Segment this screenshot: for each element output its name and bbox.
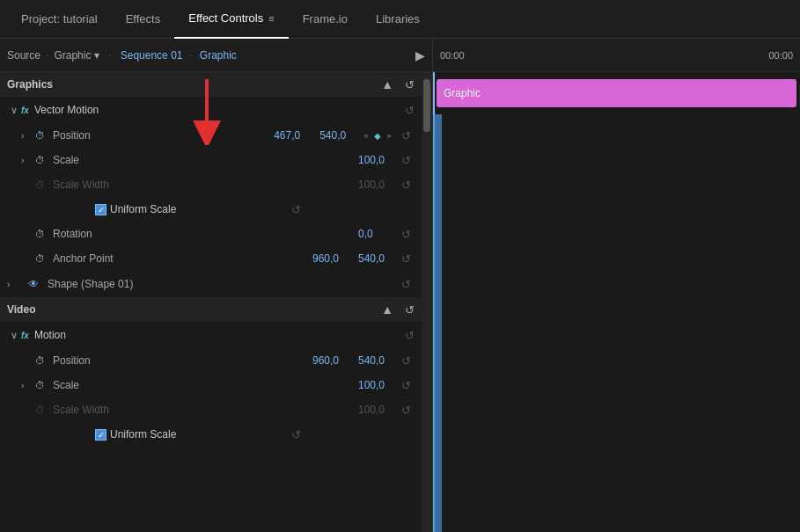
video-scale-expand[interactable]: › [21,381,32,390]
video-position-reset[interactable]: ↺ [397,354,415,368]
position-expand[interactable]: › [21,131,32,141]
source-seq-item[interactable]: Graphic [200,49,237,62]
tab-effect-controls[interactable]: Effect Controls ≡ [174,0,288,39]
shape-reset[interactable]: ↺ [397,278,415,291]
position-keyframe[interactable]: ◆ [374,131,381,141]
shape-row: › 👁 Shape (Shape 01) ↺ [0,271,422,297]
video-position-val2[interactable]: 540,0 [358,354,393,367]
motion-name: Motion [34,329,66,341]
fx-badge-vector: fx [21,106,29,115]
source-item: Graphic [54,49,91,62]
video-uniform-scale-reset[interactable]: ↺ [287,428,305,441]
video-uniform-scale-row: ✓ Uniform Scale ↺ [0,422,422,447]
tab-libraries[interactable]: Libraries [362,0,434,39]
scroll-thumb[interactable] [423,79,430,132]
position-val1[interactable]: 467,0 [274,129,309,142]
uniform-scale-checkbox[interactable]: ✓ [95,204,106,215]
shape-label: Shape (Shape 01) [48,278,133,290]
timeline-header: 00:00 00:00 [433,39,800,72]
graphics-reset-btn[interactable]: ↺ [405,78,415,91]
shape-expand[interactable]: › [7,280,18,289]
video-section-header: Video ▲ ↺ [0,297,422,322]
rotation-reset[interactable]: ↺ [397,228,415,241]
graphic-block-label: Graphic [444,87,481,99]
tab-project[interactable]: Project: tutorial [7,0,112,39]
uniform-scale-label: Uniform Scale [110,203,176,215]
video-scroll-up[interactable]: ▲ [381,302,393,317]
scroll-up-btn[interactable]: ▲ [381,77,393,91]
left-panel: Source · Graphic ▾ · Sequence 01 · Graph… [0,39,433,532]
rotation-val[interactable]: 0,0 [358,228,393,240]
video-position-val1[interactable]: 960,0 [312,354,348,367]
motion-reset[interactable]: ↺ [405,329,415,342]
anchor-point-val2[interactable]: 540,0 [358,252,393,265]
tab-effects[interactable]: Effects [112,0,175,39]
video-position-stopwatch[interactable]: ⏱ [35,355,49,366]
position-label: Position [53,129,270,142]
video-title: Video [7,303,35,316]
video-reset-btn[interactable]: ↺ [405,303,415,317]
position-reset[interactable]: ↺ [397,129,415,142]
position-stopwatch[interactable]: ⏱ [35,130,49,141]
video-scale-width-row: ⏱ Scale Width 100,0 ↺ [0,397,422,422]
video-scale-reset[interactable]: ↺ [397,379,415,392]
video-scale-width-stopwatch[interactable]: ⏱ [35,404,49,415]
anchor-point-row: ⏱ Anchor Point 960,0 540,0 ↺ [0,246,422,271]
scale-val[interactable]: 100,0 [358,154,393,166]
graphics-title: Graphics [7,78,53,91]
video-uniform-scale-checkbox[interactable]: ✓ [95,429,106,441]
scale-row: › ⏱ Scale 100,0 ↺ [0,148,422,172]
tab-frameio[interactable]: Frame.io [289,0,362,39]
video-scale-stopwatch[interactable]: ⏱ [35,380,49,390]
menu-icon[interactable]: ≡ [268,13,274,24]
video-position-row: ⏱ Position 960,0 540,0 ↺ [0,348,422,373]
anchor-point-stopwatch[interactable]: ⏱ [35,253,49,264]
anchor-point-reset[interactable]: ↺ [397,252,415,266]
vector-motion-row: ∨ fx Vector Motion ↺ [0,97,422,123]
position-val2[interactable]: 540,0 [319,129,355,142]
scale-width-stopwatch[interactable]: ⏱ [35,179,49,190]
video-scale-val[interactable]: 100,0 [358,379,393,391]
video-scale-width-label: Scale Width [53,404,355,416]
video-position-label: Position [53,354,309,367]
left-scrollbar[interactable] [422,72,432,532]
position-nav-right[interactable]: ► [386,132,393,140]
shape-eye-icon[interactable]: 👁 [28,278,39,290]
graphic-block[interactable]: Graphic [437,79,796,107]
video-scale-label: Scale [53,379,355,391]
motion-collapse[interactable]: ∨ [11,330,18,341]
uniform-scale-reset[interactable]: ↺ [287,203,305,216]
anchor-point-val1[interactable]: 960,0 [312,252,348,265]
rotation-stopwatch[interactable]: ⏱ [35,229,49,239]
scale-label: Scale [53,154,355,166]
panel-content: Graphics ▲ ↺ ∨ fx Vector Motion ↺ [0,72,432,532]
scale-width-reset[interactable]: ↺ [397,179,415,192]
position-row: › ⏱ Position 467,0 540,0 ◄ ◆ ► ↺ [0,123,422,148]
scale-reset[interactable]: ↺ [397,154,415,167]
source-sequence[interactable]: Sequence 01 [121,49,183,62]
right-panel: 00:00 00:00 Graphic [433,39,800,532]
scale-width-label: Scale Width [53,179,355,191]
uniform-scale-checkbox-group[interactable]: ✓ Uniform Scale [95,203,176,215]
timeline-start-time: 00:00 [440,50,465,61]
anchor-point-label: Anchor Point [53,252,309,265]
source-dropdown-icon[interactable]: ▾ [94,49,99,62]
video-uniform-scale-group[interactable]: ✓ Uniform Scale [95,428,176,441]
timeline-left-handle[interactable] [433,114,442,532]
vector-motion-reset[interactable]: ↺ [405,104,415,117]
props-area: Graphics ▲ ↺ ∨ fx Vector Motion ↺ [0,72,422,532]
play-icon[interactable]: ▶ [415,48,425,62]
fx-badge-motion: fx [21,331,29,340]
vector-motion-collapse[interactable]: ∨ [11,105,18,116]
vector-motion-name: Vector Motion [34,104,99,116]
main-layout: Source · Graphic ▾ · Sequence 01 · Graph… [0,39,800,532]
scale-width-row: ⏱ Scale Width 100,0 ↺ [0,172,422,197]
tab-bar: Project: tutorial Effects Effect Control… [0,0,800,39]
scale-stopwatch[interactable]: ⏱ [35,155,49,165]
position-nav-left[interactable]: ◄ [362,132,369,140]
source-header: Source · Graphic ▾ · Sequence 01 · Graph… [0,39,432,72]
scale-expand[interactable]: › [21,156,32,165]
video-scale-width-reset[interactable]: ↺ [397,404,415,417]
video-uniform-scale-label: Uniform Scale [110,428,176,441]
graphics-section-header: Graphics ▲ ↺ [0,72,422,97]
